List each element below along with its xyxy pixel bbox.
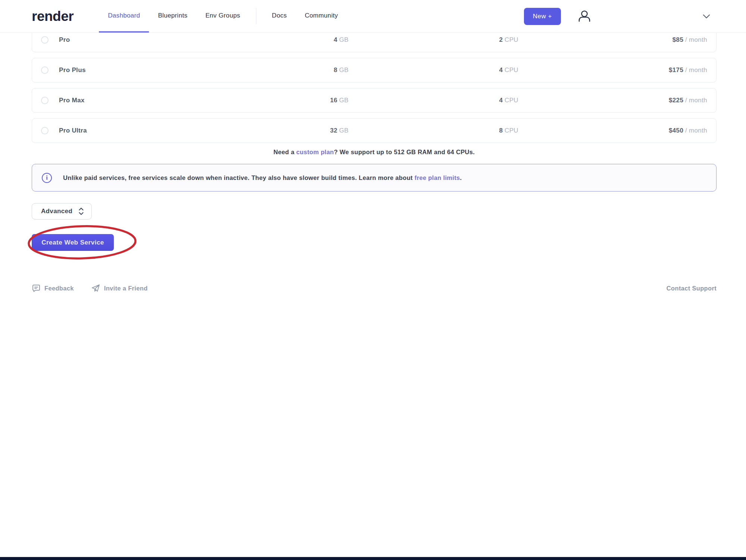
contact-support-link[interactable]: Contact Support (667, 285, 717, 292)
create-button-area: Create Web Service (32, 229, 159, 259)
advanced-toggle[interactable]: Advanced (32, 203, 92, 220)
nav-links: Dashboard Blueprints Env Groups Docs Com… (99, 0, 347, 32)
top-nav: render Dashboard Blueprints Env Groups D… (0, 0, 746, 33)
feedback-bubble-icon (32, 284, 41, 293)
render-dashboard-page: render Dashboard Blueprints Env Groups D… (0, 0, 746, 560)
radio-pro[interactable] (41, 36, 49, 44)
nav-item-docs[interactable]: Docs (263, 0, 296, 32)
user-avatar-icon[interactable] (577, 9, 592, 24)
chevron-up-down-icon (78, 207, 84, 215)
plan-name: Pro Ultra (59, 127, 259, 134)
plan-ram: 32 (330, 127, 337, 134)
plan-cpu: 4 (499, 66, 503, 74)
banner-text: Unlike paid services, free services scal… (63, 174, 462, 181)
plan-cpu: 8 (499, 127, 503, 134)
nav-item-blueprints[interactable]: Blueprints (149, 0, 196, 32)
render-logo[interactable]: render (32, 9, 74, 24)
plan-price: $85 (672, 36, 683, 43)
nav-right-cluster: New + (524, 0, 710, 32)
plan-ram: 16 (330, 97, 337, 104)
plan-cpu: 4 (499, 97, 503, 104)
nav-divider (256, 8, 256, 24)
paper-plane-icon (91, 284, 100, 293)
radio-pro-ultra[interactable] (41, 127, 49, 134)
custom-plan-link[interactable]: custom plan (296, 149, 334, 155)
plan-cpu: 2 (499, 36, 503, 43)
plan-ram: 8 (334, 66, 337, 74)
free-plan-limits-link[interactable]: free plan limits (415, 174, 460, 181)
custom-plan-line: Need a custom plan? We support up to 512… (32, 149, 717, 156)
create-web-service-button[interactable]: Create Web Service (32, 234, 114, 251)
nav-item-env-groups[interactable]: Env Groups (196, 0, 249, 32)
radio-pro-plus[interactable] (41, 66, 49, 74)
page-footer: Feedback Invite a Friend Contact Support (32, 284, 717, 293)
plan-name: Pro Max (59, 97, 259, 104)
invite-friend-button[interactable]: Invite a Friend (91, 284, 148, 293)
plan-name: Pro (59, 36, 259, 44)
plan-price: $175 (669, 66, 683, 74)
plan-price: $450 (669, 127, 683, 134)
feedback-button[interactable]: Feedback (32, 284, 74, 293)
nav-item-community[interactable]: Community (296, 0, 347, 32)
plan-ram: 4 (334, 36, 337, 43)
free-plan-info-banner: i Unlike paid services, free services sc… (32, 164, 717, 192)
plan-row-pro-ultra[interactable]: Pro Ultra 32 GB 8 CPU $450 / month (32, 118, 717, 143)
plan-row-pro-max[interactable]: Pro Max 16 GB 4 CPU $225 / month (32, 88, 717, 113)
plan-price: $225 (669, 97, 683, 104)
plan-row-pro-plus[interactable]: Pro Plus 8 GB 4 CPU $175 / month (32, 58, 717, 83)
nav-item-dashboard[interactable]: Dashboard (99, 0, 149, 32)
radio-pro-max[interactable] (41, 97, 49, 104)
info-icon: i (42, 173, 52, 183)
new-button[interactable]: New + (524, 8, 561, 25)
plan-name: Pro Plus (59, 66, 259, 74)
bottom-edge-bar (0, 557, 746, 560)
plan-selection-content: Pro 4 GB 2 CPU $85 / month Pro Plus 8 GB… (32, 28, 717, 293)
chevron-down-icon[interactable] (703, 14, 710, 19)
